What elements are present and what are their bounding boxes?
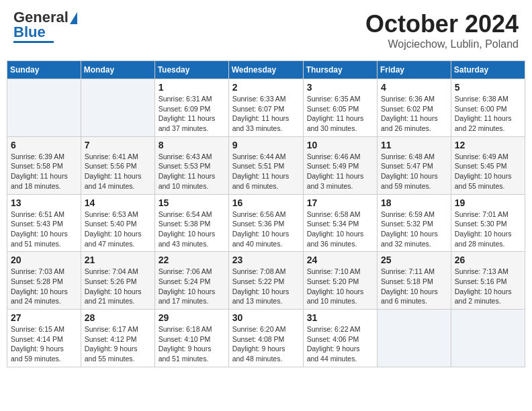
calendar-cell: 9Sunrise: 6:44 AM Sunset: 5:51 PM Daylig… (228, 136, 303, 194)
calendar-cell: 14Sunrise: 6:53 AM Sunset: 5:40 PM Dayli… (81, 194, 154, 252)
calendar-cell: 16Sunrise: 6:56 AM Sunset: 5:36 PM Dayli… (228, 194, 303, 252)
calendar-week-row: 13Sunrise: 6:51 AM Sunset: 5:43 PM Dayli… (7, 194, 525, 252)
day-number: 6 (11, 140, 77, 150)
day-number: 29 (159, 312, 225, 323)
day-number: 1 (159, 82, 225, 93)
calendar-week-row: 6Sunrise: 6:39 AM Sunset: 5:58 PM Daylig… (7, 136, 525, 194)
calendar-cell: 4Sunrise: 6:36 AM Sunset: 6:02 PM Daylig… (378, 79, 451, 137)
weekday-header-saturday: Saturday (451, 61, 525, 79)
day-info: Sunrise: 6:38 AM Sunset: 6:00 PM Dayligh… (455, 94, 521, 134)
calendar-week-row: 20Sunrise: 7:03 AM Sunset: 5:28 PM Dayli… (7, 252, 525, 310)
day-number: 12 (455, 140, 521, 150)
calendar-week-row: 27Sunrise: 6:15 AM Sunset: 4:14 PM Dayli… (7, 310, 525, 367)
weekday-header-row: SundayMondayTuesdayWednesdayThursdayFrid… (7, 61, 525, 79)
calendar-cell: 6Sunrise: 6:39 AM Sunset: 5:58 PM Daylig… (7, 136, 81, 194)
calendar-cell: 7Sunrise: 6:41 AM Sunset: 5:56 PM Daylig… (81, 136, 154, 194)
day-info: Sunrise: 6:31 AM Sunset: 6:09 PM Dayligh… (159, 94, 225, 134)
calendar-cell: 18Sunrise: 6:59 AM Sunset: 5:32 PM Dayli… (378, 194, 451, 252)
day-info: Sunrise: 6:20 AM Sunset: 4:08 PM Dayligh… (232, 324, 300, 364)
day-number: 22 (159, 255, 225, 265)
calendar-cell: 11Sunrise: 6:48 AM Sunset: 5:47 PM Dayli… (378, 136, 451, 194)
day-info: Sunrise: 7:01 AM Sunset: 5:30 PM Dayligh… (455, 210, 521, 249)
calendar-cell: 1Sunrise: 6:31 AM Sunset: 6:09 PM Daylig… (154, 79, 228, 137)
calendar-cell (378, 310, 451, 367)
calendar-cell (81, 79, 154, 137)
calendar-cell (451, 310, 525, 367)
day-info: Sunrise: 6:15 AM Sunset: 4:14 PM Dayligh… (11, 324, 77, 364)
day-number: 20 (11, 255, 77, 265)
month-title: October 2024 (365, 10, 519, 38)
day-number: 13 (11, 197, 77, 208)
weekday-header-sunday: Sunday (7, 61, 81, 79)
calendar-table: SundayMondayTuesdayWednesdayThursdayFrid… (7, 60, 525, 367)
calendar-cell: 19Sunrise: 7:01 AM Sunset: 5:30 PM Dayli… (451, 194, 525, 252)
calendar-cell: 25Sunrise: 7:11 AM Sunset: 5:18 PM Dayli… (378, 252, 451, 310)
day-info: Sunrise: 6:36 AM Sunset: 6:02 PM Dayligh… (381, 94, 447, 134)
day-info: Sunrise: 7:13 AM Sunset: 5:16 PM Dayligh… (455, 267, 521, 306)
day-number: 10 (307, 140, 373, 150)
day-number: 30 (232, 312, 300, 323)
page-header: General Blue October 2024 Wojciechow, Lu… (7, 7, 525, 54)
calendar-cell: 20Sunrise: 7:03 AM Sunset: 5:28 PM Dayli… (7, 252, 81, 310)
day-number: 24 (307, 255, 373, 265)
day-info: Sunrise: 6:56 AM Sunset: 5:36 PM Dayligh… (232, 210, 300, 249)
location-title: Wojciechow, Lublin, Poland (365, 38, 519, 50)
logo-text: General (13, 10, 77, 25)
calendar-cell: 2Sunrise: 6:33 AM Sunset: 6:07 PM Daylig… (228, 79, 303, 137)
calendar-cell: 10Sunrise: 6:46 AM Sunset: 5:49 PM Dayli… (303, 136, 377, 194)
day-info: Sunrise: 6:39 AM Sunset: 5:58 PM Dayligh… (11, 152, 77, 191)
day-number: 18 (381, 197, 447, 208)
day-number: 31 (307, 312, 373, 323)
calendar-cell: 17Sunrise: 6:58 AM Sunset: 5:34 PM Dayli… (303, 194, 377, 252)
weekday-header-tuesday: Tuesday (154, 61, 228, 79)
calendar-cell (7, 79, 81, 137)
logo-underline (13, 41, 54, 43)
calendar-title-block: October 2024 Wojciechow, Lublin, Poland (365, 10, 519, 50)
day-number: 2 (232, 82, 300, 93)
day-number: 8 (159, 140, 225, 150)
calendar-cell: 23Sunrise: 7:08 AM Sunset: 5:22 PM Dayli… (228, 252, 303, 310)
calendar-cell: 21Sunrise: 7:04 AM Sunset: 5:26 PM Dayli… (81, 252, 154, 310)
day-info: Sunrise: 6:18 AM Sunset: 4:10 PM Dayligh… (159, 324, 225, 364)
day-number: 14 (85, 197, 151, 208)
day-number: 25 (381, 255, 447, 265)
weekday-header-monday: Monday (81, 61, 154, 79)
calendar-cell: 22Sunrise: 7:06 AM Sunset: 5:24 PM Dayli… (154, 252, 228, 310)
day-info: Sunrise: 7:08 AM Sunset: 5:22 PM Dayligh… (232, 267, 300, 306)
calendar-week-row: 1Sunrise: 6:31 AM Sunset: 6:09 PM Daylig… (7, 79, 525, 137)
day-number: 9 (232, 140, 300, 150)
calendar-cell: 31Sunrise: 6:22 AM Sunset: 4:06 PM Dayli… (303, 310, 377, 367)
day-number: 23 (232, 255, 300, 265)
calendar-cell: 30Sunrise: 6:20 AM Sunset: 4:08 PM Dayli… (228, 310, 303, 367)
day-number: 26 (455, 255, 521, 265)
day-info: Sunrise: 6:49 AM Sunset: 5:45 PM Dayligh… (455, 152, 521, 191)
day-number: 19 (455, 197, 521, 208)
day-info: Sunrise: 6:58 AM Sunset: 5:34 PM Dayligh… (307, 210, 373, 249)
weekday-header-friday: Friday (378, 61, 451, 79)
calendar-cell: 27Sunrise: 6:15 AM Sunset: 4:14 PM Dayli… (7, 310, 81, 367)
calendar-cell: 26Sunrise: 7:13 AM Sunset: 5:16 PM Dayli… (451, 252, 525, 310)
day-info: Sunrise: 6:53 AM Sunset: 5:40 PM Dayligh… (85, 210, 151, 249)
day-number: 4 (381, 82, 447, 93)
weekday-header-thursday: Thursday (303, 61, 377, 79)
day-info: Sunrise: 6:17 AM Sunset: 4:12 PM Dayligh… (85, 324, 151, 364)
day-info: Sunrise: 6:22 AM Sunset: 4:06 PM Dayligh… (307, 324, 373, 364)
day-info: Sunrise: 6:41 AM Sunset: 5:56 PM Dayligh… (85, 152, 151, 191)
day-number: 28 (85, 312, 151, 323)
day-number: 11 (381, 140, 447, 150)
day-info: Sunrise: 6:54 AM Sunset: 5:38 PM Dayligh… (159, 210, 225, 249)
calendar-cell: 12Sunrise: 6:49 AM Sunset: 5:45 PM Dayli… (451, 136, 525, 194)
calendar-cell: 28Sunrise: 6:17 AM Sunset: 4:12 PM Dayli… (81, 310, 154, 367)
day-info: Sunrise: 7:06 AM Sunset: 5:24 PM Dayligh… (159, 267, 225, 306)
day-info: Sunrise: 6:44 AM Sunset: 5:51 PM Dayligh… (232, 152, 300, 191)
calendar-cell: 15Sunrise: 6:54 AM Sunset: 5:38 PM Dayli… (154, 194, 228, 252)
day-number: 15 (159, 197, 225, 208)
day-info: Sunrise: 6:43 AM Sunset: 5:53 PM Dayligh… (159, 152, 225, 191)
day-number: 16 (232, 197, 300, 208)
day-number: 21 (85, 255, 151, 265)
day-info: Sunrise: 6:35 AM Sunset: 6:05 PM Dayligh… (307, 94, 373, 134)
day-info: Sunrise: 6:59 AM Sunset: 5:32 PM Dayligh… (381, 210, 447, 249)
day-info: Sunrise: 7:03 AM Sunset: 5:28 PM Dayligh… (11, 267, 77, 306)
calendar-cell: 13Sunrise: 6:51 AM Sunset: 5:43 PM Dayli… (7, 194, 81, 252)
logo-text2: Blue (13, 25, 46, 40)
